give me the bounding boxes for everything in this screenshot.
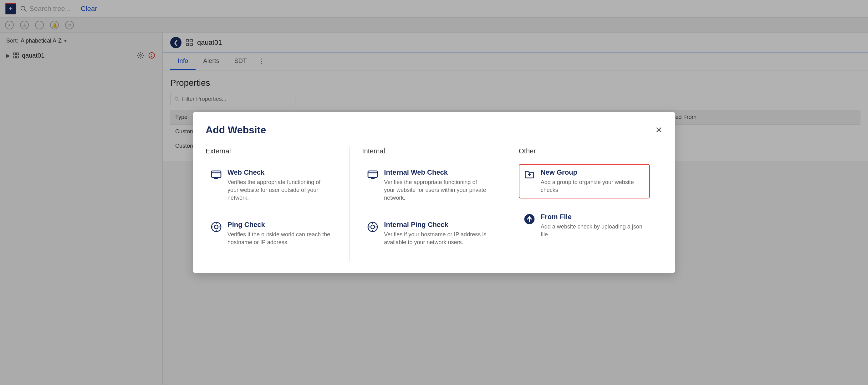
- internal-web-check-text: Internal Web Check Verifies the appropri…: [384, 169, 489, 202]
- from-file-title: From File: [541, 213, 646, 221]
- from-file-desc: Add a website check by uploading a json …: [541, 223, 646, 238]
- modal-overlay[interactable]: Add Website ✕ External Web Check Verifie…: [0, 0, 868, 385]
- from-file-icon: [523, 213, 536, 225]
- web-check-desc: Verifies the appropriate functioning of …: [227, 178, 332, 202]
- modal-col-external: External Web Check Verifies the appropri…: [206, 147, 349, 261]
- web-check-text: Web Check Verifies the appropriate funct…: [227, 169, 332, 202]
- modal-col-internal: Internal Internal Web Check Verifies the…: [349, 147, 506, 261]
- internal-web-check-title: Internal Web Check: [384, 169, 489, 177]
- web-check-icon: [210, 169, 222, 181]
- modal-col-other: Other New Group Add a group to organize …: [506, 147, 662, 261]
- modal-title: Add Website: [206, 124, 266, 136]
- web-check-item[interactable]: Web Check Verifies the appropriate funct…: [206, 164, 337, 207]
- web-check-title: Web Check: [227, 169, 332, 177]
- new-group-text: New Group Add a group to organize your w…: [541, 169, 646, 194]
- ping-check-desc: Verifies if the outside world can reach …: [227, 231, 332, 246]
- svg-point-21: [214, 225, 218, 229]
- external-heading: External: [206, 147, 337, 155]
- internal-ping-check-title: Internal Ping Check: [384, 221, 489, 229]
- new-group-item[interactable]: New Group Add a group to organize your w…: [519, 164, 650, 199]
- add-website-modal: Add Website ✕ External Web Check Verifie…: [193, 112, 675, 273]
- from-file-text: From File Add a website check by uploadi…: [541, 213, 646, 238]
- internal-ping-check-text: Internal Ping Check Verifies if your hos…: [384, 221, 489, 246]
- ping-check-icon: [210, 221, 222, 233]
- modal-close-button[interactable]: ✕: [655, 125, 662, 135]
- ping-check-title: Ping Check: [227, 221, 332, 229]
- internal-web-check-item[interactable]: Internal Web Check Verifies the appropri…: [362, 164, 493, 207]
- new-group-desc: Add a group to organize your website che…: [541, 178, 646, 194]
- ping-check-text: Ping Check Verifies if the outside world…: [227, 221, 332, 246]
- internal-web-check-icon: [366, 169, 379, 181]
- internal-ping-check-icon: [366, 221, 379, 233]
- ping-check-item[interactable]: Ping Check Verifies if the outside world…: [206, 216, 337, 251]
- internal-heading: Internal: [362, 147, 493, 155]
- internal-ping-check-desc: Verifies if your hostname or IP address …: [384, 231, 489, 246]
- internal-ping-check-item[interactable]: Internal Ping Check Verifies if your hos…: [362, 216, 493, 251]
- internal-web-check-desc: Verifies the appropriate functioning of …: [384, 178, 489, 202]
- modal-body: External Web Check Verifies the appropri…: [206, 147, 662, 261]
- other-heading: Other: [519, 147, 650, 155]
- svg-rect-22: [368, 171, 377, 177]
- svg-point-27: [371, 225, 375, 229]
- svg-rect-16: [212, 171, 221, 177]
- from-file-item[interactable]: From File Add a website check by uploadi…: [519, 208, 650, 243]
- modal-header: Add Website ✕: [206, 124, 662, 136]
- new-group-title: New Group: [541, 169, 646, 177]
- new-group-icon: [523, 169, 536, 181]
